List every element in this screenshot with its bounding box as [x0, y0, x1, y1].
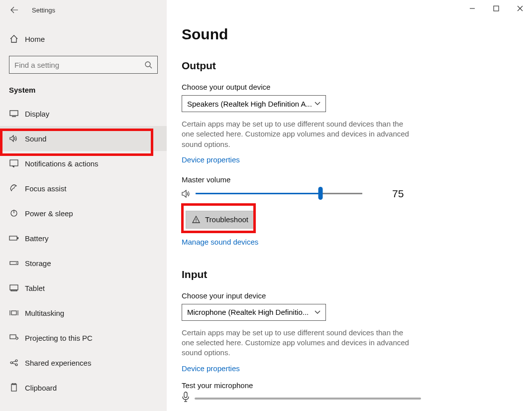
input-device-properties-link[interactable]: Device properties	[182, 364, 240, 373]
page-title: Sound	[182, 26, 517, 43]
close-button[interactable]	[508, 0, 532, 17]
sidebar-item-label: Display	[25, 110, 49, 118]
svg-point-25	[196, 221, 197, 222]
svg-rect-16	[10, 335, 16, 339]
display-icon	[9, 110, 19, 117]
search-icon	[144, 61, 152, 69]
sidebar-item-focus[interactable]: Focus assist	[0, 176, 167, 201]
manage-sound-devices-link[interactable]: Manage sound devices	[182, 238, 258, 246]
test-mic-label: Test your microphone	[182, 381, 517, 390]
sidebar-item-tablet[interactable]: Tablet	[0, 275, 167, 300]
sidebar-item-label: Tablet	[25, 284, 45, 292]
output-choose-label: Choose your output device	[182, 83, 517, 91]
input-helper-text: Certain apps may be set up to use differ…	[182, 328, 417, 358]
svg-point-19	[15, 364, 17, 366]
window-controls	[460, 0, 532, 17]
troubleshoot-label: Troubleshoot	[205, 215, 248, 224]
mic-level-bar	[195, 398, 421, 400]
sidebar-item-storage[interactable]: Storage	[0, 251, 167, 275]
svg-rect-11	[10, 285, 18, 290]
search-input[interactable]	[14, 61, 144, 69]
sidebar-item-label: Storage	[25, 259, 51, 268]
input-device-dropdown[interactable]: Microphone (Realtek High Definitio...	[182, 304, 326, 321]
projecting-icon	[9, 334, 19, 341]
mic-test-row	[182, 392, 517, 403]
shared-icon	[9, 359, 19, 367]
volume-slider-row: 75	[182, 188, 517, 200]
volume-slider-thumb[interactable]	[319, 187, 323, 200]
svg-point-17	[10, 362, 12, 364]
svg-line-1	[150, 66, 152, 68]
sidebar-item-clipboard[interactable]: Clipboard	[0, 375, 167, 400]
maximize-button[interactable]	[484, 0, 508, 17]
sidebar-item-label: Focus assist	[25, 184, 66, 193]
output-device-dropdown[interactable]: Speakers (Realtek High Definition A...	[182, 95, 326, 112]
output-heading: Output	[182, 60, 517, 72]
sidebar-item-label: Sound	[25, 135, 46, 143]
sidebar-item-label: Power & sleep	[25, 209, 73, 218]
master-volume-label: Master volume	[182, 175, 517, 184]
home-icon	[9, 34, 19, 43]
input-device-value: Microphone (Realtek High Definitio...	[187, 308, 309, 316]
troubleshoot-button[interactable]: Troubleshoot	[186, 211, 255, 229]
sidebar-item-shared[interactable]: Shared experiences	[0, 350, 167, 375]
volume-slider[interactable]	[196, 193, 362, 194]
power-icon	[9, 209, 19, 217]
tablet-icon	[9, 284, 19, 291]
nav-list: Display Sound Notifications & actions Fo…	[0, 101, 167, 400]
svg-point-10	[16, 263, 17, 264]
svg-rect-7	[9, 236, 17, 240]
title-row: Settings	[0, 0, 167, 20]
sidebar-item-display[interactable]: Display	[0, 101, 167, 126]
back-arrow-icon[interactable]	[9, 4, 20, 15]
svg-point-0	[145, 62, 150, 67]
volume-slider-fill	[196, 193, 320, 194]
svg-rect-8	[17, 237, 18, 239]
battery-icon	[9, 235, 19, 241]
sidebar-item-label: Projecting to this PC	[25, 334, 93, 342]
sidebar-item-battery[interactable]: Battery	[0, 226, 167, 251]
svg-rect-2	[10, 111, 18, 116]
output-helper-text: Certain apps may be set up to use differ…	[182, 119, 417, 149]
focus-icon	[9, 184, 19, 193]
svg-line-20	[12, 361, 15, 362]
sidebar-home-label: Home	[25, 35, 45, 43]
svg-rect-15	[11, 311, 16, 315]
sidebar-item-sound[interactable]: Sound	[0, 126, 167, 151]
window-title: Settings	[32, 6, 55, 14]
svg-rect-22	[11, 384, 16, 391]
sidebar-item-label: Shared experiences	[25, 359, 91, 367]
sidebar-item-label: Clipboard	[25, 384, 57, 392]
warning-icon	[192, 216, 200, 224]
svg-rect-4	[10, 160, 18, 166]
clipboard-icon	[9, 383, 19, 392]
chevron-down-icon	[315, 310, 320, 314]
storage-icon	[9, 260, 19, 266]
input-choose-label: Choose your input device	[182, 291, 517, 300]
sidebar-item-power[interactable]: Power & sleep	[0, 201, 167, 226]
multitasking-icon	[9, 309, 19, 316]
input-heading: Input	[182, 269, 517, 280]
volume-value: 75	[392, 188, 404, 200]
sidebar-home[interactable]: Home	[0, 28, 167, 50]
sound-icon	[9, 135, 19, 142]
svg-point-18	[15, 360, 17, 362]
svg-rect-26	[184, 392, 187, 398]
sidebar: Settings Home System Display Sound Notif…	[0, 0, 167, 411]
svg-rect-12	[11, 290, 17, 291]
output-device-value: Speakers (Realtek High Definition A...	[187, 100, 312, 108]
sidebar-item-projecting[interactable]: Projecting to this PC	[0, 325, 167, 350]
speaker-icon	[182, 189, 192, 198]
minimize-button[interactable]	[460, 0, 484, 17]
svg-line-21	[12, 363, 15, 364]
search-box[interactable]	[9, 56, 158, 74]
output-device-properties-link[interactable]: Device properties	[182, 155, 240, 164]
sidebar-item-multitasking[interactable]: Multitasking	[0, 300, 167, 325]
sidebar-item-label: Notifications & actions	[25, 159, 99, 168]
main-content: Sound Output Choose your output device S…	[167, 0, 532, 411]
notifications-icon	[9, 159, 19, 167]
sidebar-item-notifications[interactable]: Notifications & actions	[0, 151, 167, 176]
sidebar-section-label: System	[0, 86, 167, 94]
chevron-down-icon	[315, 102, 320, 106]
svg-rect-30	[494, 6, 499, 11]
